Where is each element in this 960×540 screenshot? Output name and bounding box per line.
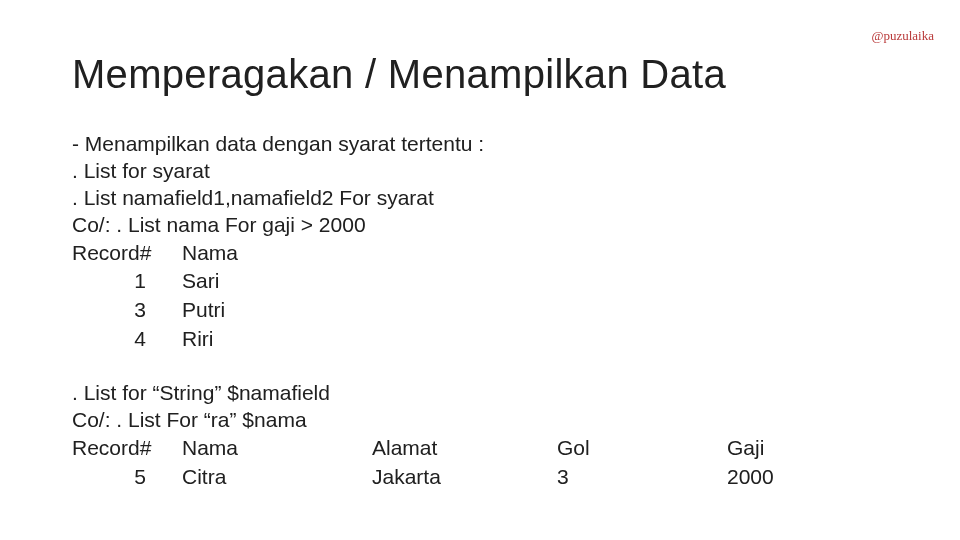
col-header: Gaji [727,434,877,463]
cell: 5 [72,463,182,492]
cell: Riri [182,325,382,354]
col-header: Alamat [372,434,557,463]
page-title: Memperagakan / Menampilkan Data [72,52,960,97]
cell: 3 [557,463,727,492]
slide-content: Memperagakan / Menampilkan Data - Menamp… [0,0,960,492]
watermark: @puzulaika [871,28,934,44]
cell: Putri [182,296,382,325]
cell: Citra [182,463,372,492]
cell: Sari [182,267,382,296]
col-header: Nama [182,239,382,268]
cell: Jakarta [372,463,557,492]
body-text: - Menampilkan data dengan syarat tertent… [72,131,960,492]
col-header: Record# [72,239,182,268]
paragraph-2: . List for “String” $namafield Co/: . Li… [72,380,960,434]
col-header: Gol [557,434,727,463]
paragraph-1: - Menampilkan data dengan syarat tertent… [72,131,960,239]
cell: 1 [72,267,182,296]
cell: 3 [72,296,182,325]
cell: 4 [72,325,182,354]
col-header: Record# [72,434,182,463]
table-1: Record# Nama 1 Sari 3 Putri 4 Riri [72,239,960,355]
table-2: Record# Nama Alamat Gol Gaji 5 Citra Jak… [72,434,960,492]
cell: 2000 [727,463,877,492]
col-header: Nama [182,434,372,463]
